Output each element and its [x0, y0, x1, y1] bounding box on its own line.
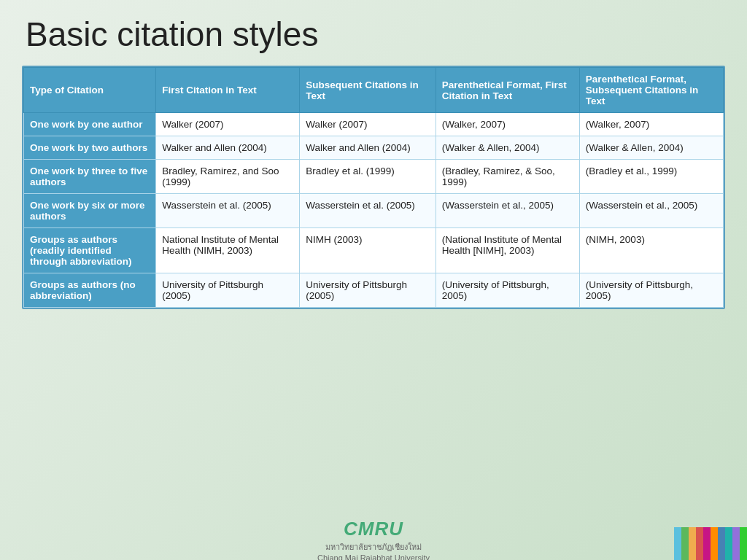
cell-paren-first: (University of Pittsburgh, 2005)	[436, 273, 579, 308]
cell-subsequent: Walker (2007)	[300, 113, 436, 136]
cell-paren-first: (Bradley, Ramirez, & Soo, 1999)	[436, 160, 579, 194]
cell-first: National Institute of Mental Health (NIM…	[156, 228, 300, 273]
table-body: One work by one authorWalker (2007)Walke…	[24, 113, 724, 308]
cell-paren-first: (National Institute of Mental Health [NI…	[436, 228, 579, 273]
header-paren-sub: Parenthetical Format, Subsequent Citatio…	[579, 68, 723, 113]
color-strip	[732, 527, 740, 560]
page-container: Basic citation styles Type of Citation F…	[0, 0, 747, 560]
color-strip	[689, 527, 696, 560]
color-strips	[674, 527, 747, 560]
university-english: Chiang Mai Rajabhat University	[317, 553, 430, 560]
color-strip	[718, 527, 725, 560]
color-bar	[674, 520, 747, 560]
cell-paren-sub: (Wasserstein et al., 2005)	[579, 194, 723, 228]
footer: CMRU มหาวิทยาลัยราชภัฏเชียงใหม่ Chiang M…	[0, 520, 747, 560]
table-header-row: Type of Citation First Citation in Text …	[24, 68, 724, 113]
cell-type: One work by six or more authors	[24, 194, 156, 228]
cell-subsequent: Bradley et al. (1999)	[300, 160, 436, 194]
cell-type: One work by one author	[24, 113, 156, 136]
cell-first: Walker and Allen (2004)	[156, 136, 300, 160]
color-strip	[703, 527, 711, 560]
cell-paren-sub: (NIMH, 2003)	[579, 228, 723, 273]
cell-type: Groups as authors (readily identified th…	[24, 228, 156, 273]
cell-paren-first: (Wasserstein et al., 2005)	[436, 194, 579, 228]
color-strip	[711, 527, 718, 560]
cell-subsequent: Walker and Allen (2004)	[300, 136, 436, 160]
table-row: Groups as authors (readily identified th…	[24, 228, 724, 273]
cmru-label: CMRU	[344, 518, 403, 540]
color-strip	[725, 527, 732, 560]
cell-first: University of Pittsburgh (2005)	[156, 273, 300, 308]
color-strip	[674, 527, 681, 560]
university-thai: มหาวิทยาลัยราชภัฏเชียงใหม่	[325, 540, 422, 553]
cell-subsequent: NIMH (2003)	[300, 228, 436, 273]
citation-table: Type of Citation First Citation in Text …	[23, 67, 724, 308]
table-row: One work by one authorWalker (2007)Walke…	[24, 113, 724, 136]
cell-subsequent: Wasserstein et al. (2005)	[300, 194, 436, 228]
header-subsequent: Subsequent Citations in Text	[300, 68, 436, 113]
header-first: First Citation in Text	[156, 68, 300, 113]
cell-paren-sub: (University of Pittsburgh, 2005)	[579, 273, 723, 308]
cell-type: Groups as authors (no abbreviation)	[24, 273, 156, 308]
color-strip	[681, 527, 689, 560]
cell-type: One work by three to five authors	[24, 160, 156, 194]
citation-table-wrapper: Type of Citation First Citation in Text …	[22, 66, 725, 309]
color-strip	[740, 527, 747, 560]
color-strip	[696, 527, 703, 560]
cell-first: Bradley, Ramirez, and Soo (1999)	[156, 160, 300, 194]
cell-paren-first: (Walker, 2007)	[436, 113, 579, 136]
cell-paren-sub: (Bradley et al., 1999)	[579, 160, 723, 194]
table-row: One work by three to five authorsBradley…	[24, 160, 724, 194]
table-row: One work by six or more authorsWasserste…	[24, 194, 724, 228]
cell-paren-sub: (Walker & Allen, 2004)	[579, 136, 723, 160]
cell-paren-first: (Walker & Allen, 2004)	[436, 136, 579, 160]
cell-paren-sub: (Walker, 2007)	[579, 113, 723, 136]
cell-type: One work by two authors	[24, 136, 156, 160]
table-row: One work by two authorsWalker and Allen …	[24, 136, 724, 160]
page-title: Basic citation styles	[22, 15, 725, 54]
header-paren-first: Parenthetical Format, First Citation in …	[436, 68, 579, 113]
cell-first: Wasserstein et al. (2005)	[156, 194, 300, 228]
cell-subsequent: University of Pittsburgh (2005)	[300, 273, 436, 308]
cmru-logo: CMRU มหาวิทยาลัยราชภัฏเชียงใหม่ Chiang M…	[317, 518, 430, 560]
table-row: Groups as authors (no abbreviation)Unive…	[24, 273, 724, 308]
cell-first: Walker (2007)	[156, 113, 300, 136]
header-type: Type of Citation	[24, 68, 156, 113]
